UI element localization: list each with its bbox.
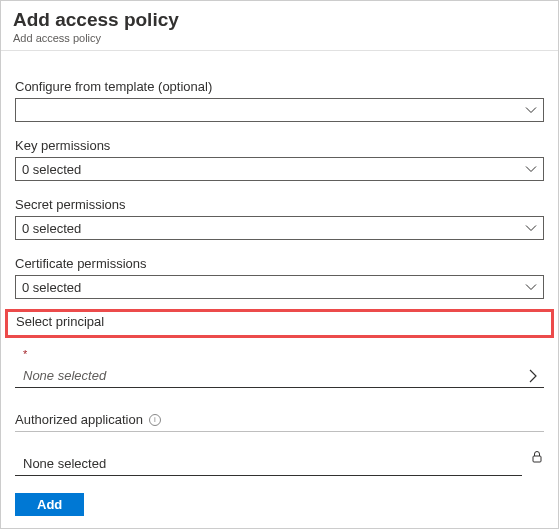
required-indicator: *: [23, 348, 544, 360]
select-principal-value: None selected: [23, 368, 106, 383]
select-principal-highlight: Select principal: [5, 309, 554, 338]
panel-header: Add access policy Add access policy: [1, 1, 558, 51]
chevron-down-icon: [525, 281, 537, 293]
certificate-permissions-dropdown[interactable]: 0 selected: [15, 275, 544, 299]
chevron-down-icon: [525, 104, 537, 116]
key-permissions-dropdown[interactable]: 0 selected: [15, 157, 544, 181]
authorized-application-value: None selected: [23, 456, 106, 471]
form-content: Configure from template (optional) Key p…: [1, 51, 558, 486]
template-field: Configure from template (optional): [15, 79, 544, 122]
info-icon[interactable]: i: [149, 414, 161, 426]
authorized-application-field: Authorized application i None selected: [15, 412, 544, 476]
authorized-application-row: None selected: [15, 450, 544, 476]
select-principal-selector[interactable]: None selected: [15, 366, 544, 388]
select-principal-label: Select principal: [16, 314, 104, 329]
chevron-down-icon: [525, 222, 537, 234]
certificate-permissions-label: Certificate permissions: [15, 256, 544, 271]
page-title: Add access policy: [13, 9, 546, 31]
breadcrumb: Add access policy: [13, 32, 546, 44]
secret-permissions-value: 0 selected: [22, 221, 81, 236]
chevron-right-icon: [526, 369, 540, 383]
key-permissions-label: Key permissions: [15, 138, 544, 153]
key-permissions-field: Key permissions 0 selected: [15, 138, 544, 181]
secret-permissions-field: Secret permissions 0 selected: [15, 197, 544, 240]
secret-permissions-dropdown[interactable]: 0 selected: [15, 216, 544, 240]
authorized-application-selector[interactable]: None selected: [15, 454, 522, 476]
secret-permissions-label: Secret permissions: [15, 197, 544, 212]
lock-icon: [530, 450, 544, 464]
add-button[interactable]: Add: [15, 493, 84, 516]
certificate-permissions-value: 0 selected: [22, 280, 81, 295]
key-permissions-value: 0 selected: [22, 162, 81, 177]
authorized-application-label-row: Authorized application i: [15, 412, 544, 432]
template-label: Configure from template (optional): [15, 79, 544, 94]
certificate-permissions-field: Certificate permissions 0 selected: [15, 256, 544, 299]
authorized-application-label: Authorized application: [15, 412, 143, 427]
template-dropdown[interactable]: [15, 98, 544, 122]
svg-rect-0: [533, 456, 541, 462]
chevron-down-icon: [525, 163, 537, 175]
